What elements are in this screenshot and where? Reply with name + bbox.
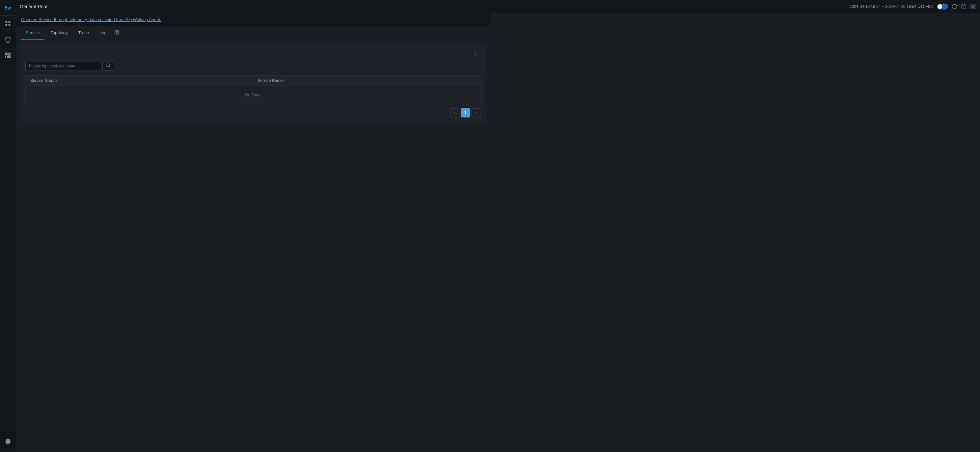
sidebar-item-dashboard[interactable] <box>0 48 16 63</box>
pagination: ‹ 1 › <box>25 108 480 117</box>
svg-rect-0 <box>6 21 8 23</box>
dashboard-icon <box>5 52 11 59</box>
content-area: ⋮ Service Groups Service Names <box>16 40 490 226</box>
no-data-row: No Data <box>26 86 480 104</box>
logo-text: 5w <box>5 5 11 11</box>
more-options-button[interactable]: ⋮ <box>471 50 480 57</box>
tab-trace[interactable]: Trace <box>73 26 94 40</box>
tab-service[interactable]: Service <box>21 26 45 40</box>
current-page-button[interactable]: 1 <box>461 108 470 117</box>
no-data-cell: No Data <box>26 86 480 104</box>
svg-point-16 <box>107 64 110 67</box>
search-input[interactable] <box>25 62 101 70</box>
panel-header: ⋮ <box>25 50 480 57</box>
search-icon <box>106 63 111 68</box>
svg-rect-5 <box>8 52 11 54</box>
topbar: General-Root 2024-04-10 18:24 ~ 2024-04-… <box>16 0 490 13</box>
tab-topology[interactable]: Topology <box>46 26 72 40</box>
banner: Observe Service through telemetry data c… <box>16 13 490 26</box>
svg-rect-4 <box>5 52 8 55</box>
data-table: Service Groups Service Names No Data <box>25 75 480 104</box>
table-body: No Data <box>26 86 480 104</box>
tab-document-icon[interactable] <box>114 30 119 36</box>
svg-rect-1 <box>9 21 11 23</box>
svg-rect-6 <box>8 55 11 56</box>
table-header: Service Groups Service Names <box>26 76 480 86</box>
svg-rect-3 <box>9 24 11 26</box>
grid-icon <box>5 21 11 27</box>
sidebar-item-shield[interactable] <box>0 32 16 48</box>
tab-log[interactable]: Log <box>95 26 111 40</box>
search-button[interactable] <box>102 61 114 71</box>
banner-link[interactable]: Observe Service through telemetry data c… <box>21 17 161 22</box>
svg-rect-7 <box>5 56 6 58</box>
svg-rect-2 <box>6 24 8 26</box>
next-page-button[interactable]: › <box>471 108 480 117</box>
search-row <box>25 61 480 71</box>
shield-icon <box>5 36 11 43</box>
tab-bar: Service Topology Trace Log <box>16 26 490 40</box>
prev-page-button[interactable]: ‹ <box>450 108 460 117</box>
col-service-names: Service Names <box>253 76 480 86</box>
panel: ⋮ Service Groups Service Names <box>20 44 486 123</box>
topbar-title: General-Root <box>20 4 48 9</box>
sidebar: 5w <box>0 0 16 226</box>
svg-rect-8 <box>7 56 11 58</box>
main-content: Observe Service through telemetry data c… <box>16 13 490 226</box>
sidebar-item-grid[interactable] <box>0 16 16 32</box>
col-service-groups: Service Groups <box>26 76 253 86</box>
svg-line-17 <box>109 67 110 67</box>
sidebar-logo: 5w <box>0 0 16 16</box>
